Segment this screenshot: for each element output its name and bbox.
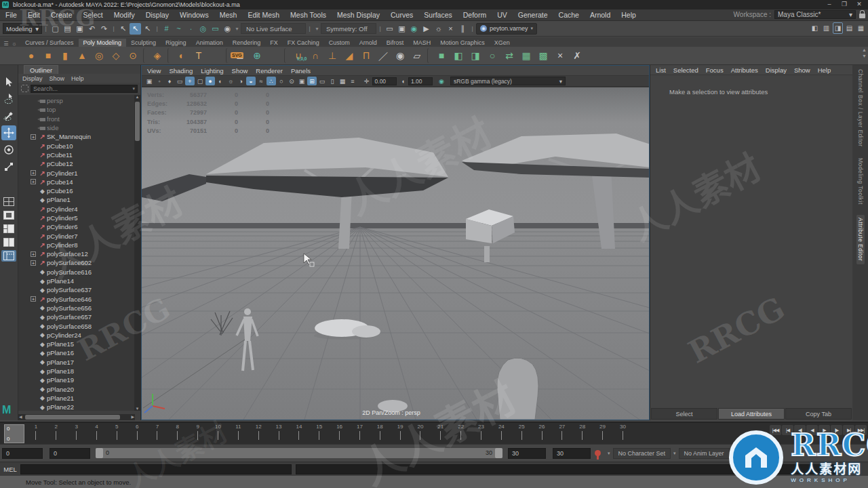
select-tool[interactable]	[1, 75, 16, 89]
timeline-frame[interactable]: 29	[593, 424, 613, 445]
retopologize-icon[interactable]: ▩	[535, 47, 551, 64]
viewport-menu-item[interactable]: Lighting	[201, 67, 223, 75]
snap-to-grid-icon[interactable]: #	[161, 23, 172, 35]
expand-toggle-icon[interactable]: +	[31, 260, 36, 266]
coordinates-badge[interactable]: 0,0,0	[297, 56, 307, 61]
separate-icon[interactable]: ∩	[307, 47, 323, 64]
menu-set-dropdown[interactable]: Modeling▾	[3, 23, 42, 34]
rotate-tool[interactable]	[1, 142, 16, 157]
modeling-toolkit-toggle-icon[interactable]: ◧	[810, 22, 820, 34]
perspective-viewport[interactable]: ViewShadingLightingShowRendererPanels ▣◦…	[141, 65, 650, 420]
outliner-item[interactable]: + ↗ ◆ pCube12	[18, 159, 135, 168]
menu-item[interactable]: Curves	[385, 11, 418, 19]
poly-plane-icon[interactable]: ◇	[108, 47, 124, 64]
command-result-field[interactable]	[296, 464, 838, 474]
timeline-frame[interactable]: 30	[612, 424, 633, 445]
render-settings-icon[interactable]: ☼	[433, 23, 444, 35]
lock-camera-icon[interactable]: ◦	[155, 77, 164, 85]
snap-projected-center-icon[interactable]: ◎	[197, 23, 209, 35]
outliner-item[interactable]: + ↗ ◆ polySurface602	[18, 258, 135, 267]
outliner-item[interactable]: + ↗ ◆ polySurface616	[18, 268, 135, 277]
resolution-gate-icon[interactable]: ▯	[328, 77, 337, 85]
timeline-frame[interactable]: 12	[248, 424, 269, 445]
close-button[interactable]: ✕	[852, 0, 867, 9]
viewport-menu-item[interactable]: Show	[232, 67, 248, 75]
outliner-item[interactable]: + ↗ ◆ pCube11	[18, 150, 135, 159]
outliner-menu-item[interactable]: Display	[22, 75, 43, 82]
shelf-tab[interactable]: Rendering	[228, 39, 266, 47]
layout-single-persp-button[interactable]	[1, 209, 16, 221]
gamma-field[interactable]: 1.00	[408, 77, 433, 85]
attribute-editor-menu-item[interactable]: Selected	[673, 66, 698, 74]
make-object-live-icon[interactable]: ◉	[222, 23, 233, 35]
shadows-icon[interactable]: ◑	[236, 77, 245, 85]
outliner-item[interactable]: + ↗ ◆ pCube14	[18, 178, 135, 186]
outliner-item[interactable]: + ↗ ◆ polySurface657	[18, 312, 135, 321]
exposure-field[interactable]: 0.00	[372, 77, 397, 85]
anim-layer-dropdown[interactable]: No Anim Layer	[679, 448, 730, 459]
new-scene-icon[interactable]: ▢	[50, 23, 61, 35]
sep[interactable]	[427, 48, 431, 63]
shelf-tab[interactable]: Motion Graphics	[435, 39, 490, 47]
attribute-editor-menu-item[interactable]: Show	[794, 66, 810, 74]
timeline-frame[interactable]: 20	[410, 424, 431, 445]
grid-icon[interactable]: ⊞	[307, 77, 317, 85]
hud-toggle-icon[interactable]: ≡	[348, 77, 357, 85]
pause-ipr-icon[interactable]: ∥	[457, 23, 469, 35]
viewport-menu-item[interactable]: Panels	[291, 67, 311, 75]
shelf-tab[interactable]: Custom	[324, 39, 355, 47]
range-slider[interactable]: 0 30	[96, 448, 502, 458]
timeline-frame[interactable]: 13	[269, 424, 289, 445]
outliner-item[interactable]: + ↗ ◆ pPlane14	[18, 277, 135, 285]
animation-start-field[interactable]: 0	[2, 448, 43, 459]
sidebar-vertical-tab[interactable]: Channel Box / Layer Editor	[857, 69, 864, 147]
scale-tool[interactable]	[1, 159, 16, 174]
outliner-menu-item[interactable]: Show	[50, 75, 65, 82]
timeline-frame[interactable]: 27	[552, 424, 572, 445]
play-backwards-button[interactable]: ◀	[806, 425, 818, 435]
timeline-frame[interactable]: 16	[330, 424, 350, 445]
boolean-intersection-icon[interactable]: ◨	[467, 47, 484, 64]
outliner-vertical-scrollbar[interactable]: ▲ ▼	[134, 95, 140, 411]
outliner-item[interactable]: + ↗ ◆ polySurface658	[18, 321, 135, 330]
outliner-filter-icon[interactable]	[21, 85, 28, 92]
expand-toggle-icon[interactable]: +	[31, 179, 36, 184]
use-all-lights-icon[interactable]: ☼	[226, 77, 235, 85]
menu-item[interactable]: Display	[140, 11, 174, 19]
multi-cut-icon[interactable]: ／	[375, 47, 391, 64]
cut-ipr-region-icon[interactable]: ×	[445, 23, 456, 35]
sweep-mesh-icon[interactable]: ◐	[174, 47, 190, 64]
playback-end-field[interactable]: 30	[508, 448, 546, 459]
go-to-start-button[interactable]: |◀◀	[770, 425, 781, 435]
xray-icon[interactable]: ○	[277, 77, 286, 85]
outliner-item[interactable]: + ↗ ◆ pCylinder6	[18, 222, 135, 231]
outliner-item[interactable]: + ↗ ◆ pCylinder24	[18, 331, 135, 340]
menu-item[interactable]: Mesh Tools	[285, 11, 332, 19]
shelf-scroll-arrows[interactable]: ▲▼	[862, 47, 867, 58]
symmetry-field[interactable]: Symmetry: Off	[321, 23, 376, 34]
boolean-union-icon[interactable]: ■	[433, 47, 450, 64]
current-time-marker[interactable]: 00	[4, 424, 24, 443]
command-input[interactable]	[20, 464, 292, 474]
shelf-tab[interactable]: Animation	[191, 39, 228, 47]
outliner-item[interactable]: + ↗ ◆ front	[18, 115, 135, 123]
paint-select-tool[interactable]	[1, 108, 16, 123]
exposure-icon[interactable]: ✛	[364, 78, 370, 85]
character-set-dropdown[interactable]: No Character Set	[613, 448, 671, 459]
timeline-frame[interactable]: 11	[228, 424, 248, 445]
account-dropdown[interactable]: ◉ peyton.varney ▾	[476, 23, 537, 35]
humanik-toggle-icon[interactable]: ▥	[821, 22, 831, 34]
timeline-frame[interactable]: 25	[511, 424, 532, 445]
layout-persp-outliner-button[interactable]	[1, 223, 16, 235]
shelf-tab[interactable]: Curves / Surfaces	[20, 39, 79, 47]
sep[interactable]	[167, 48, 172, 63]
outliner-item[interactable]: + ↗ ◆ SK_Mannequin	[18, 132, 135, 141]
attribute-editor-menu-item[interactable]: Focus	[706, 66, 724, 74]
channel-box-toggle-icon[interactable]: ▦	[856, 22, 866, 34]
menu-item[interactable]: Arnold	[585, 11, 616, 19]
save-scene-icon[interactable]: ▣	[74, 23, 85, 35]
redo-icon[interactable]: ↷	[98, 23, 110, 35]
shelf-tab[interactable]: Bifrost	[382, 39, 409, 47]
menu-item[interactable]: Edit	[22, 11, 45, 19]
shaded-icon[interactable]: ●	[205, 77, 215, 85]
